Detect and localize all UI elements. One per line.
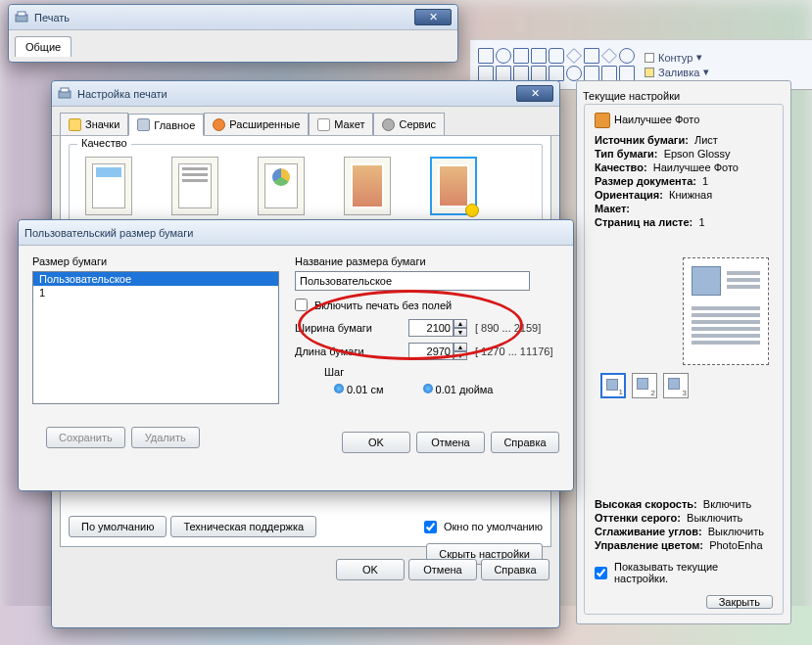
delete-button[interactable]: Удалить [131, 427, 200, 448]
default-window-label: Окно по умолчанию [444, 521, 543, 532]
paper-list-item-0[interactable]: Пользовательское [33, 272, 278, 286]
show-current-checkbox[interactable] [595, 567, 607, 579]
length-spinner[interactable]: ▲▼ [408, 343, 467, 360]
smooth-key: Сглаживание углов: [595, 526, 702, 537]
borderless-checkbox[interactable] [295, 299, 308, 311]
fill-label: Заливка [658, 67, 699, 78]
type-value: Epson Glossy [664, 148, 731, 160]
paper-list-label: Размер бумаги [32, 255, 279, 267]
chevron-down-icon[interactable]: ▼ [454, 328, 467, 337]
current-settings-title: Текущие настройки [583, 90, 680, 102]
contour-label: Контур [658, 52, 693, 64]
ok-button[interactable]: OK [336, 559, 405, 580]
close-button[interactable]: Закрыть [706, 595, 773, 609]
orient-key: Ориентация: [595, 189, 663, 201]
source-value: Лист [694, 134, 718, 146]
printer-icon [58, 87, 72, 101]
help-button[interactable]: Справка [481, 559, 549, 580]
step-label: Шаг [324, 366, 344, 378]
width-spinner[interactable]: ▲▼ [408, 319, 467, 337]
tab-advanced[interactable]: Расширенные [204, 113, 309, 135]
width-label: Ширина бумаги [295, 322, 401, 334]
width-input[interactable] [408, 319, 454, 337]
layout-thumb-1[interactable]: 1 [600, 373, 626, 398]
svg-rect-1 [18, 12, 25, 16]
tech-support-button[interactable]: Техническая поддержка [170, 516, 316, 537]
gray-key: Оттенки серого: [595, 512, 681, 524]
help-button[interactable]: Справка [491, 432, 559, 453]
cancel-button[interactable]: Отмена [408, 559, 477, 580]
tab-layout[interactable]: Макет [309, 113, 373, 135]
borderless-label: Включить печать без полей [314, 299, 452, 311]
quality-key: Качество: [595, 161, 647, 173]
orient-value: Книжная [669, 189, 712, 201]
gray-value: Выключить [687, 512, 742, 524]
quality-value: Наилучшее Фото [653, 161, 739, 173]
chevron-up-icon[interactable]: ▲ [454, 343, 467, 351]
print-window: Печать ✕ Общие [8, 4, 458, 63]
paper-name-label: Название размера бумаги [295, 255, 559, 267]
print-window-title: Печать [34, 12, 70, 23]
step-inch-radio[interactable]: 0.01 дюйма [423, 384, 494, 395]
width-range: [ 890 ... 2159] [475, 322, 541, 334]
speed-key: Высокая скорость: [595, 498, 697, 510]
shape-gallery[interactable] [478, 48, 635, 81]
length-label: Длина бумаги [295, 346, 401, 357]
layout-key: Макет: [595, 203, 630, 214]
tab-service[interactable]: Сервис [373, 113, 445, 135]
paper-list[interactable]: Пользовательское 1 [32, 271, 279, 404]
ppp-key: Страниц на листе: [595, 216, 693, 228]
paper-dialog-title: Пользовательский размер бумаги [24, 227, 193, 239]
size-key: Размер документа: [595, 175, 696, 187]
quality-option-2[interactable] [171, 157, 218, 215]
ok-button[interactable]: OK [342, 432, 410, 453]
chevron-up-icon[interactable]: ▲ [454, 319, 467, 328]
color-key: Управление цветом: [595, 539, 703, 551]
cancel-button[interactable]: Отмена [416, 432, 485, 453]
layout-thumb-2[interactable]: 2 [632, 373, 657, 398]
wrench-icon [382, 118, 395, 131]
document-icon [317, 118, 330, 131]
quality-option-3[interactable] [258, 157, 305, 215]
chevron-down-icon[interactable]: ▼ [454, 351, 467, 360]
tab-main[interactable]: Главное [128, 114, 204, 136]
color-value: PhotoEnha [709, 539, 762, 551]
save-button[interactable]: Сохранить [46, 427, 125, 448]
type-key: Тип бумаги: [595, 148, 658, 160]
tab-general[interactable]: Общие [15, 36, 72, 57]
quality-option-1[interactable] [85, 157, 132, 215]
quality-option-5-selected[interactable] [430, 157, 477, 215]
size-value: 1 [702, 175, 708, 187]
default-button[interactable]: По умолчанию [69, 516, 167, 537]
quality-option-4[interactable] [344, 157, 391, 215]
ppp-value: 1 [698, 216, 704, 228]
length-input[interactable] [408, 343, 454, 360]
printer-icon [15, 11, 28, 24]
quality-group-label: Качество [77, 137, 131, 149]
layout-thumbs[interactable]: 1 2 3 [600, 373, 773, 398]
svg-rect-3 [61, 88, 69, 92]
speed-value: Включить [703, 498, 751, 510]
quality-group: Качество [69, 144, 543, 230]
show-current-label: Показывать текущие настройки. [614, 561, 773, 584]
paper-preview [683, 257, 769, 365]
custom-paper-size-dialog: Пользовательский размер бумаги Размер бу… [18, 219, 574, 491]
step-cm-radio[interactable]: 0.01 см [334, 384, 384, 395]
smooth-value: Выключить [708, 526, 764, 537]
print-setup-title: Настройка печати [77, 88, 167, 100]
current-settings-panel: Наилучшее Фото Источник бумаги: Лист Тип… [584, 104, 784, 615]
close-icon[interactable]: ✕ [414, 9, 452, 25]
ribbon-options[interactable]: Контур ▾ Заливка ▾ [645, 51, 709, 78]
length-range: [ 1270 ... 11176] [475, 346, 553, 357]
best-photo-label: Наилучшее Фото [614, 114, 699, 125]
paper-list-item-1[interactable]: 1 [33, 286, 278, 299]
source-key: Источник бумаги: [595, 134, 689, 146]
tab-icons[interactable]: Значки [60, 113, 128, 135]
gear-icon [213, 118, 225, 131]
close-icon[interactable]: ✕ [516, 85, 553, 102]
layout-thumb-3[interactable]: 3 [663, 373, 689, 398]
photo-icon [595, 113, 610, 128]
printer-icon [137, 118, 150, 131]
default-window-checkbox[interactable] [424, 521, 437, 533]
paper-name-input[interactable] [295, 271, 530, 291]
